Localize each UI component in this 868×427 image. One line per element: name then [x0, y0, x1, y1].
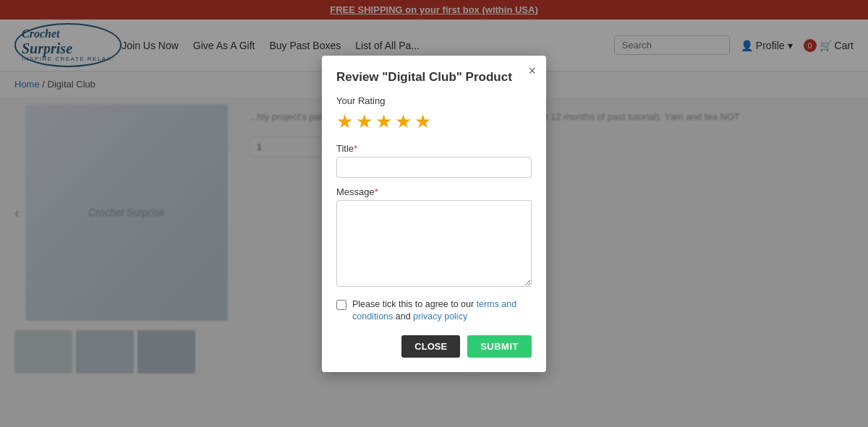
star-rating[interactable]: ★ ★ ★ ★ ★ — [336, 111, 532, 133]
privacy-link[interactable]: privacy policy — [413, 311, 467, 322]
close-button[interactable]: CLOSE — [401, 335, 460, 358]
submit-button[interactable]: SUBMIT — [467, 335, 532, 358]
star-2[interactable]: ★ — [356, 111, 373, 133]
agree-checkbox[interactable] — [336, 300, 346, 310]
modal-buttons: CLOSE SUBMIT — [336, 335, 532, 358]
title-input[interactable] — [336, 157, 532, 178]
rating-label: Your Rating — [336, 95, 532, 106]
message-input[interactable] — [336, 200, 532, 287]
title-label: Title* — [336, 143, 532, 154]
message-label: Message* — [336, 186, 532, 197]
star-4[interactable]: ★ — [395, 111, 412, 133]
agree-row: Please tick this to agree to our terms a… — [336, 298, 532, 324]
review-modal: Review "Digital Club" Product × Your Rat… — [322, 56, 546, 372]
star-3[interactable]: ★ — [375, 111, 392, 133]
modal-overlay: Review "Digital Club" Product × Your Rat… — [0, 0, 868, 427]
star-5[interactable]: ★ — [414, 111, 431, 133]
star-1[interactable]: ★ — [336, 111, 353, 133]
modal-close-x[interactable]: × — [528, 64, 536, 77]
modal-title: Review "Digital Club" Product — [336, 70, 532, 85]
agree-text: Please tick this to agree to our terms a… — [352, 298, 532, 324]
